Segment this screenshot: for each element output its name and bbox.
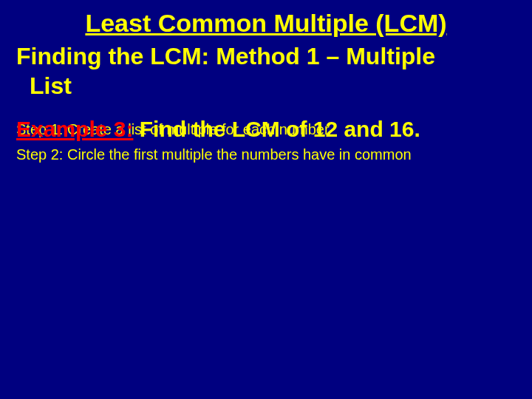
slide-title: Least Common Multiple (LCM) — [0, 9, 532, 38]
slide-subtitle: Finding the LCM: Method 1 – Multiple Lis… — [16, 41, 519, 100]
overlay-region: Step 1: Create a list of multiple for ea… — [16, 117, 519, 146]
example-label: Example 3: — [16, 117, 133, 141]
subtitle-line-2: List — [16, 71, 519, 100]
overlapping-text: Step 1: Create a list of multiple for ea… — [16, 117, 519, 146]
step-2-text: Step 2: Circle the first multiple the nu… — [16, 146, 412, 163]
subtitle-line-1: Finding the LCM: Method 1 – Multiple — [16, 43, 435, 69]
slide: Least Common Multiple (LCM) Finding the … — [0, 0, 532, 399]
example-rest: Find the LCM of 12 and 16. — [133, 117, 420, 141]
example-line: Example 3: Find the LCM of 12 and 16. — [16, 117, 420, 142]
